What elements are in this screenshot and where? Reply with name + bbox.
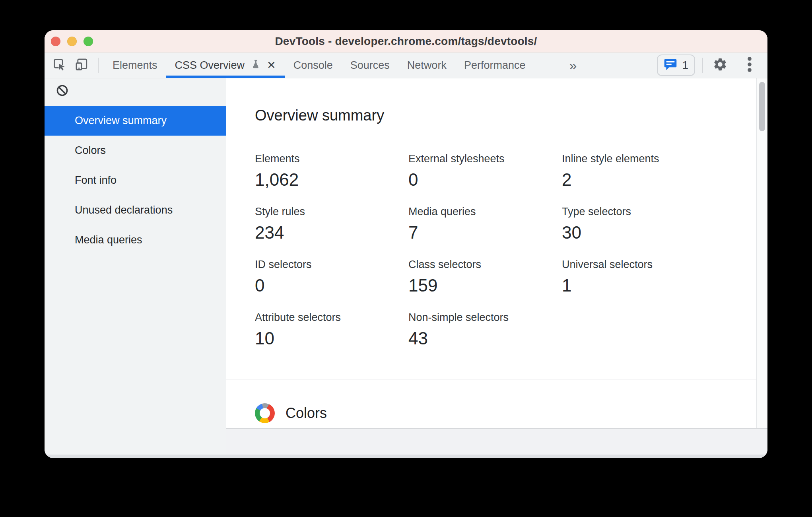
stat-type-selectors: Type selectors 30 bbox=[562, 206, 715, 245]
three-dots-icon bbox=[747, 56, 752, 74]
stat-value: 7 bbox=[408, 223, 562, 243]
sidebar-item-unused-declarations[interactable]: Unused declarations bbox=[45, 195, 226, 225]
close-window-button[interactable] bbox=[51, 37, 60, 46]
sidebar-item-colors[interactable]: Colors bbox=[45, 136, 226, 165]
devtools-body: Overview summary Colors Font info Unused… bbox=[45, 78, 767, 455]
tabbar-right-tools: 1 bbox=[657, 52, 767, 78]
stat-label: Inline style elements bbox=[562, 153, 715, 165]
stat-attribute-selectors: Attribute selectors 10 bbox=[255, 311, 408, 351]
inspect-cursor-icon bbox=[52, 58, 66, 73]
window-title: DevTools - developer.chrome.com/tags/dev… bbox=[275, 35, 537, 48]
sidebar-toolbar bbox=[45, 78, 226, 104]
stat-media-queries: Media queries 7 bbox=[408, 206, 562, 245]
devtools-tabbar: Elements CSS Overview ✕ Console Sources … bbox=[45, 52, 767, 78]
stat-value: 159 bbox=[408, 276, 562, 295]
stat-universal-selectors: Universal selectors 1 bbox=[562, 258, 715, 298]
stat-id-selectors: ID selectors 0 bbox=[255, 258, 408, 298]
scrollbar-thumb[interactable] bbox=[759, 82, 765, 131]
devtools-window: DevTools - developer.chrome.com/tags/dev… bbox=[45, 30, 767, 458]
stat-label: External stylesheets bbox=[408, 153, 562, 165]
sidebar-item-label: Media queries bbox=[75, 234, 142, 246]
tab-network[interactable]: Network bbox=[398, 52, 455, 78]
block-icon bbox=[56, 84, 68, 98]
gear-icon bbox=[713, 57, 728, 74]
stat-value: 2 bbox=[562, 170, 715, 190]
stat-value: 0 bbox=[255, 276, 408, 295]
chat-bubble-icon bbox=[664, 58, 677, 72]
tab-console[interactable]: Console bbox=[285, 52, 342, 78]
toggle-device-toolbar-button[interactable] bbox=[75, 58, 88, 72]
panel-tabs: Elements CSS Overview ✕ Console Sources … bbox=[104, 52, 534, 78]
messages-count: 1 bbox=[682, 59, 688, 72]
window-bottom-edge bbox=[45, 455, 767, 458]
clear-overview-button[interactable] bbox=[55, 84, 69, 98]
stat-value: 1 bbox=[562, 276, 715, 295]
tabbar-separator bbox=[98, 58, 99, 73]
stat-value: 234 bbox=[255, 223, 408, 243]
stat-value: 43 bbox=[408, 328, 562, 348]
experiment-flask-icon bbox=[251, 58, 261, 72]
sidebar-item-overview-summary[interactable]: Overview summary bbox=[45, 106, 226, 136]
tab-label: Console bbox=[293, 59, 333, 72]
settings-button[interactable] bbox=[713, 58, 728, 73]
tab-performance[interactable]: Performance bbox=[455, 52, 534, 78]
stat-inline-style-elements: Inline style elements 2 bbox=[562, 153, 715, 192]
stat-label: Style rules bbox=[255, 206, 408, 218]
tab-elements[interactable]: Elements bbox=[104, 52, 166, 78]
sidebar-items: Overview summary Colors Font info Unused… bbox=[45, 106, 226, 255]
stat-value: 30 bbox=[562, 223, 715, 243]
more-tabs-button[interactable]: » bbox=[565, 52, 581, 78]
page-title: Overview summary bbox=[255, 78, 728, 124]
vertical-scrollbar[interactable] bbox=[756, 78, 767, 428]
tab-label: CSS Overview bbox=[175, 59, 245, 72]
stat-value: 1,062 bbox=[255, 170, 408, 190]
tab-css-overview[interactable]: CSS Overview ✕ bbox=[166, 52, 285, 78]
sidebar-item-label: Colors bbox=[75, 144, 106, 157]
stat-label: Non-simple selectors bbox=[408, 311, 562, 324]
stat-class-selectors: Class selectors 159 bbox=[408, 258, 562, 298]
stat-value: 0 bbox=[408, 170, 562, 190]
tabbar-left-tools bbox=[52, 52, 88, 78]
stat-label: Universal selectors bbox=[562, 258, 715, 271]
right-tools-separator bbox=[702, 58, 703, 73]
stat-label: Attribute selectors bbox=[255, 311, 408, 324]
summary-stats-grid: Elements 1,062 External stylesheets 0 In… bbox=[255, 153, 728, 364]
stat-non-simple-selectors: Non-simple selectors 43 bbox=[408, 311, 562, 351]
stat-value: 10 bbox=[255, 328, 408, 348]
close-tab-icon[interactable]: ✕ bbox=[267, 60, 276, 71]
stat-style-rules: Style rules 234 bbox=[255, 206, 408, 245]
inspect-element-button[interactable] bbox=[52, 58, 66, 72]
stat-external-stylesheets: External stylesheets 0 bbox=[408, 153, 562, 192]
stat-label: ID selectors bbox=[255, 258, 408, 271]
stat-label: Media queries bbox=[408, 206, 562, 218]
content-column: Overview summary Elements 1,062 External… bbox=[226, 78, 767, 455]
tab-label: Network bbox=[407, 59, 447, 72]
overview-panel: Overview summary Elements 1,062 External… bbox=[226, 78, 767, 428]
tab-label: Sources bbox=[350, 59, 390, 72]
tab-sources[interactable]: Sources bbox=[342, 52, 398, 78]
sidebar-item-media-queries[interactable]: Media queries bbox=[45, 225, 226, 255]
tab-label: Performance bbox=[464, 59, 526, 72]
stat-label: Elements bbox=[255, 153, 408, 165]
stat-elements: Elements 1,062 bbox=[255, 153, 408, 192]
zoom-window-button[interactable] bbox=[84, 37, 93, 46]
bottom-band bbox=[226, 428, 767, 455]
stat-label: Class selectors bbox=[408, 258, 562, 271]
stat-label: Type selectors bbox=[562, 206, 715, 218]
titlebar: DevTools - developer.chrome.com/tags/dev… bbox=[45, 30, 767, 52]
minimize-window-button[interactable] bbox=[67, 37, 77, 46]
kebab-menu-button[interactable] bbox=[743, 58, 756, 73]
colors-section-header: Colors bbox=[226, 379, 767, 423]
color-wheel-icon bbox=[255, 403, 275, 423]
traffic-lights bbox=[51, 37, 93, 46]
sidebar-item-font-info[interactable]: Font info bbox=[45, 165, 226, 195]
sidebar-item-label: Overview summary bbox=[75, 115, 167, 127]
sidebar-item-label: Font info bbox=[75, 174, 117, 187]
colors-section-title: Colors bbox=[286, 405, 327, 422]
css-overview-sidebar: Overview summary Colors Font info Unused… bbox=[45, 78, 226, 455]
sidebar-item-label: Unused declarations bbox=[75, 204, 173, 216]
device-toolbar-icon bbox=[75, 58, 88, 73]
issues-messages-button[interactable]: 1 bbox=[657, 54, 695, 76]
tab-label: Elements bbox=[113, 59, 157, 72]
